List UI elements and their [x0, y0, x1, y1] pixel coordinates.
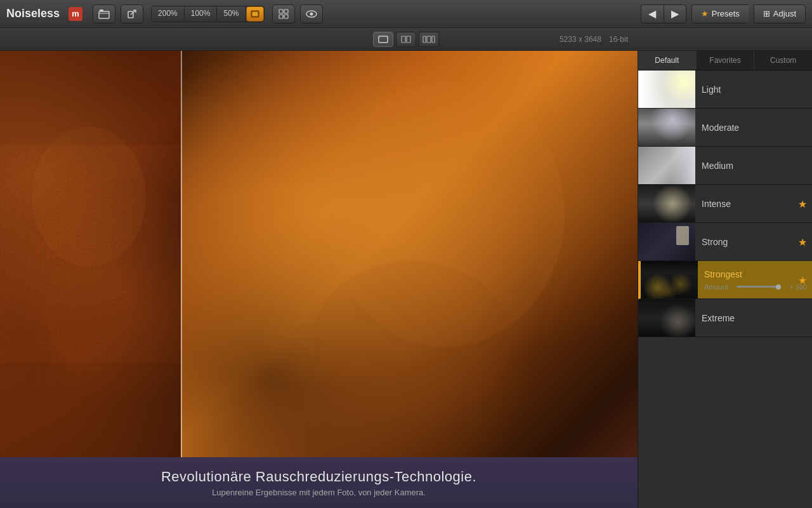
zoom-100[interactable]: 100%: [185, 6, 218, 22]
svg-rect-6: [279, 10, 283, 13]
open-button[interactable]: [93, 4, 115, 23]
svg-point-11: [310, 12, 313, 15]
tab-default[interactable]: Default: [638, 51, 697, 70]
preset-info-strongest: StrongestAmount+ 100★: [698, 264, 812, 296]
preset-name-moderate: Moderate: [702, 123, 807, 133]
photo-left-noisy: [0, 51, 181, 457]
svg-rect-20: [0, 164, 181, 345]
svg-rect-15: [423, 36, 426, 43]
preset-name-strong: Strong: [702, 237, 807, 247]
forward-button[interactable]: ▶: [664, 4, 686, 23]
preset-name-strongest: Strongest: [704, 269, 807, 279]
zoom-fit-button[interactable]: [246, 6, 264, 22]
tab-custom[interactable]: Custom: [754, 51, 812, 70]
view-mode-group: [373, 32, 439, 47]
star-icon-intense[interactable]: ★: [798, 197, 807, 210]
compare-view-btn[interactable]: [419, 32, 439, 47]
image-area: Revolutionäre Rauschreduzierungs-Technol…: [0, 51, 638, 508]
preset-info-medium: Medium: [695, 156, 812, 176]
back-button[interactable]: ◀: [641, 4, 664, 23]
presets-button[interactable]: ★ Presets: [691, 4, 749, 23]
preset-item-intense[interactable]: Intense★: [638, 185, 812, 223]
svg-rect-9: [284, 15, 288, 18]
star-icon-strong[interactable]: ★: [798, 236, 807, 248]
preset-info-strong: Strong★: [695, 232, 812, 252]
preset-info-extreme: Extreme: [695, 308, 812, 328]
svg-rect-14: [407, 36, 410, 43]
preset-item-strong[interactable]: Strong★: [638, 223, 812, 261]
single-view-btn[interactable]: [373, 32, 393, 47]
svg-rect-16: [427, 36, 431, 43]
eye-button[interactable]: [300, 4, 323, 23]
preset-thumbnail-medium: [638, 147, 695, 185]
preset-item-light[interactable]: Light: [638, 70, 812, 109]
tab-favorites[interactable]: Favorites: [697, 51, 755, 70]
caption-main-text: Revolutionäre Rauschreduzierungs-Technol…: [161, 469, 476, 485]
preset-thumbnail-intense: [638, 185, 695, 223]
preset-name-intense: Intense: [702, 199, 807, 209]
image-info: 5233 x 3648 16-bit: [560, 35, 628, 44]
svg-rect-1: [100, 10, 103, 11]
star-icon: ★: [701, 9, 709, 18]
grid-view-button[interactable]: [272, 4, 295, 23]
preset-info-intense: Intense★: [695, 194, 812, 214]
preset-info-light: Light: [695, 79, 812, 100]
share-button[interactable]: [121, 4, 143, 23]
app-title: Noiseless: [6, 7, 60, 20]
svg-rect-0: [99, 11, 109, 18]
preset-list: LightModerateMediumIntense★Strong★Strong…: [638, 70, 812, 508]
split-divider[interactable]: [181, 51, 182, 457]
preset-item-strongest[interactable]: StrongestAmount+ 100★: [638, 261, 812, 299]
preset-name-light: Light: [702, 84, 807, 95]
preset-item-extreme[interactable]: Extreme: [638, 299, 812, 337]
nav-group: ◀ ▶: [641, 4, 686, 23]
svg-rect-8: [279, 15, 283, 18]
zoom-50[interactable]: 50%: [217, 6, 246, 22]
preset-thumbnail-strong: [638, 223, 695, 261]
preset-thumbnail-strongest: [641, 261, 698, 299]
preset-name-medium: Medium: [702, 161, 807, 171]
star-icon-strongest[interactable]: ★: [798, 274, 807, 286]
adjust-icon: ⊞: [763, 9, 770, 18]
zoom-group: 200% 100% 50%: [151, 6, 264, 22]
caption-sub-text: Lupenreine Ergebnisse mit jedem Foto, vo…: [212, 488, 426, 497]
preset-info-moderate: Moderate: [695, 117, 812, 138]
preset-name-extreme: Extreme: [702, 313, 807, 323]
bit-depth: 16-bit: [609, 35, 628, 44]
sidebar: Default Favorites Custom LightModerateMe…: [638, 51, 812, 508]
amount-slider-strongest[interactable]: [737, 286, 781, 288]
preset-thumbnail-light: [638, 70, 695, 109]
svg-rect-12: [379, 36, 388, 43]
photo-caption: Revolutionäre Rauschreduzierungs-Technol…: [0, 457, 638, 508]
image-size: 5233 x 3648: [560, 35, 601, 44]
svg-rect-5: [252, 12, 258, 16]
svg-point-22: [313, 260, 512, 419]
preset-item-medium[interactable]: Medium: [638, 147, 812, 185]
preset-item-moderate[interactable]: Moderate: [638, 109, 812, 147]
split-view-btn[interactable]: [396, 32, 416, 47]
toolbar: Noiseless m 200% 100% 50% ◀ ▶ ★ Presets …: [0, 0, 812, 28]
preset-thumbnail-moderate: [638, 109, 695, 147]
amount-row-strongest: Amount+ 100: [704, 283, 807, 291]
photo-right-processed: [181, 51, 638, 457]
adjust-button[interactable]: ⊞ Adjust: [754, 4, 806, 23]
svg-rect-13: [402, 36, 405, 43]
app-badge: m: [69, 7, 82, 21]
amount-label-strongest: Amount: [704, 283, 733, 291]
preset-thumbnail-extreme: [638, 299, 695, 337]
photo-container: [0, 51, 638, 457]
main-area: Revolutionäre Rauschreduzierungs-Technol…: [0, 51, 812, 508]
svg-rect-17: [432, 36, 435, 43]
secondary-bar: 5233 x 3648 16-bit: [0, 28, 812, 51]
svg-rect-7: [284, 10, 288, 13]
sidebar-tabs: Default Favorites Custom: [638, 51, 812, 70]
zoom-200[interactable]: 200%: [152, 6, 185, 22]
